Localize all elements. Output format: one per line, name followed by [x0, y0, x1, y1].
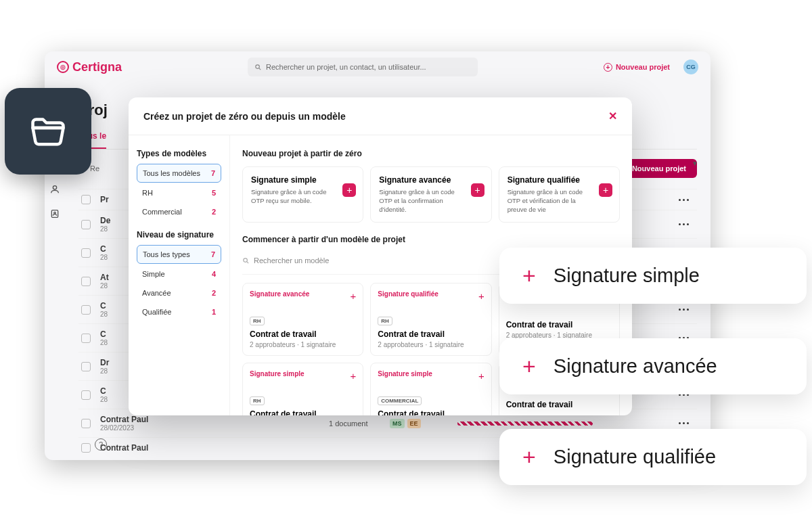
- doc-count: 1 document: [329, 419, 367, 428]
- add-icon[interactable]: +: [351, 290, 357, 302]
- more-icon[interactable]: [679, 309, 689, 311]
- plus-icon: +: [522, 353, 536, 380]
- checkbox[interactable]: [81, 248, 91, 258]
- new-project-label: Nouveau projet: [616, 63, 670, 71]
- checkbox[interactable]: [81, 277, 91, 286]
- progress-bar: [457, 421, 593, 426]
- checkbox[interactable]: [81, 334, 91, 343]
- help-icon[interactable]: ?: [95, 438, 107, 451]
- signature-cards: Signature simple Signature grâce à un co…: [242, 166, 620, 223]
- contacts-icon[interactable]: [49, 208, 60, 219]
- more-icon[interactable]: [679, 199, 689, 201]
- float-signature-simple[interactable]: + Signature simple: [499, 248, 807, 304]
- filter-level-all[interactable]: Tous les types7: [137, 245, 221, 264]
- plus-icon: +: [522, 262, 536, 289]
- filter-type-all[interactable]: Tous les modèles7: [137, 164, 221, 183]
- svg-point-4: [54, 212, 56, 214]
- filter-level-avancee[interactable]: Avancée2: [137, 284, 221, 302]
- avatar[interactable]: CG: [683, 60, 698, 74]
- add-icon[interactable]: +: [342, 183, 356, 197]
- global-search[interactable]: Rechercher un projet, un contact, un uti…: [248, 58, 478, 76]
- folder-icon: [28, 111, 68, 152]
- template-card[interactable]: Signature simple + RH Contrat de travail: [242, 363, 363, 415]
- filter-type-rh[interactable]: RH5: [137, 184, 221, 202]
- template-card[interactable]: Signature qualifiée + RH Contrat de trav…: [370, 283, 491, 356]
- add-icon[interactable]: +: [478, 290, 484, 302]
- checkbox[interactable]: [81, 362, 91, 371]
- folder-badge: [5, 88, 91, 175]
- search-wrap: Rechercher un projet, un contact, un uti…: [135, 58, 590, 76]
- modal-title: Créez un projet de zéro ou depuis un mod…: [143, 111, 346, 122]
- plus-icon: +: [522, 444, 536, 470]
- template-card[interactable]: Signature simple + COMMERCIAL Contrat de…: [370, 363, 491, 415]
- levels-heading: Niveau de signature: [137, 230, 221, 239]
- add-icon[interactable]: +: [471, 183, 484, 197]
- checkbox[interactable]: [81, 220, 91, 229]
- assignee-chips: MSEE: [390, 419, 421, 428]
- more-icon[interactable]: [679, 223, 689, 225]
- checkbox[interactable]: [81, 390, 91, 400]
- more-icon[interactable]: [679, 422, 689, 424]
- search-icon: [242, 257, 250, 265]
- brand-logo[interactable]: ◎ Certigna: [57, 60, 122, 74]
- modal-sidebar: Types de modèles Tous les modèles7 RH5 C…: [129, 135, 230, 415]
- filter-level-qualifiee[interactable]: Qualifiée1: [137, 303, 221, 321]
- close-icon[interactable]: ✕: [608, 110, 617, 122]
- checkbox[interactable]: [81, 419, 91, 428]
- plus-icon: +: [604, 63, 612, 72]
- card-signature-qualifiee[interactable]: Signature qualifiée Signature grâce à un…: [499, 166, 620, 223]
- new-project-cta[interactable]: Nouveau projet: [621, 159, 697, 178]
- add-icon[interactable]: +: [478, 370, 484, 382]
- add-icon[interactable]: +: [599, 183, 612, 197]
- add-icon[interactable]: +: [351, 370, 357, 382]
- checkbox[interactable]: [81, 443, 91, 453]
- search-placeholder: Rechercher un projet, un contact, un uti…: [266, 63, 426, 71]
- card-signature-simple[interactable]: Signature simple Signature grâce à un co…: [242, 166, 363, 223]
- brand-name: Certigna: [72, 60, 122, 74]
- users-icon[interactable]: [49, 184, 60, 195]
- checkbox[interactable]: [81, 305, 91, 315]
- svg-point-2: [53, 186, 56, 189]
- new-project-button[interactable]: + Nouveau projet: [604, 63, 670, 72]
- float-signature-avancee[interactable]: + Signature avancée: [499, 338, 807, 394]
- checkbox[interactable]: [81, 195, 91, 204]
- section-templates: Commencer à partir d'un modèle de projet: [242, 235, 620, 244]
- section-from-zero: Nouveau projet à partir de zéro: [242, 149, 620, 158]
- filter-type-commercial[interactable]: Commercial2: [137, 203, 221, 221]
- brand-icon: ◎: [57, 61, 69, 73]
- filter-level-simple[interactable]: Simple4: [137, 265, 221, 283]
- card-signature-avancee[interactable]: Signature avancée Signature grâce à un c…: [370, 166, 491, 223]
- modal-header: Créez un projet de zéro ou depuis un mod…: [129, 97, 632, 135]
- chevron-down-icon[interactable]: ▼: [692, 160, 698, 167]
- svg-line-8: [247, 262, 248, 263]
- float-signature-qualifiee[interactable]: + Signature qualifiée: [499, 429, 807, 485]
- types-heading: Types de modèles: [137, 149, 221, 158]
- svg-point-0: [256, 64, 260, 68]
- search-icon: [254, 64, 262, 71]
- svg-line-1: [259, 68, 261, 69]
- topbar: ◎ Certigna Rechercher un projet, un cont…: [45, 51, 710, 83]
- template-card[interactable]: Signature avancée + RH Contrat de travai…: [242, 283, 363, 356]
- svg-point-7: [244, 258, 248, 262]
